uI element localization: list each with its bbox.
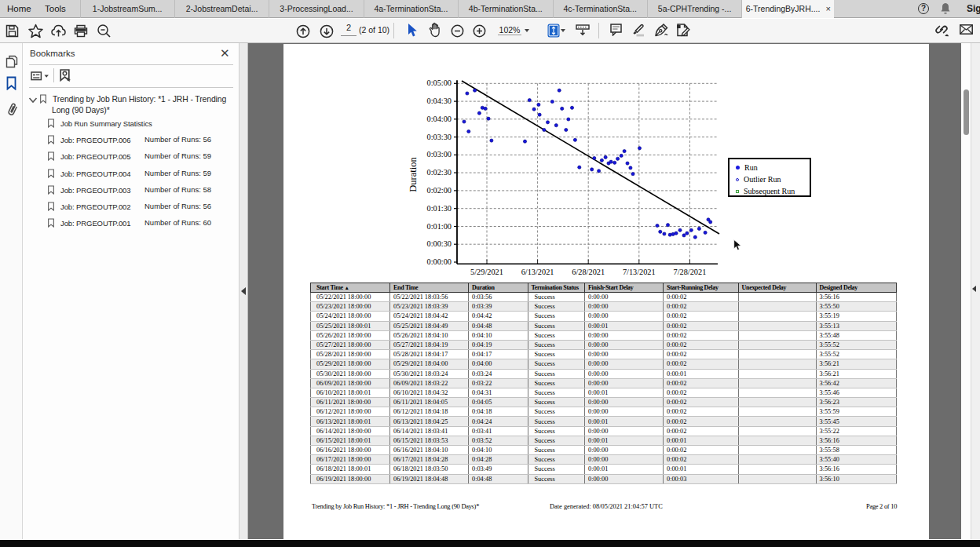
svg-text:0:04:00: 0:04:00 — [427, 115, 452, 123]
svg-text:0:01:30: 0:01:30 — [427, 204, 452, 213]
svg-text:7/28/2021: 7/28/2021 — [674, 268, 707, 276]
svg-text:0:03:30: 0:03:30 — [427, 133, 452, 141]
svg-text:0:02:00: 0:02:00 — [427, 186, 452, 195]
svg-text:0:05:00: 0:05:00 — [427, 78, 452, 87]
svg-text:Duration: Duration — [408, 157, 419, 192]
svg-text:6/13/2021: 6/13/2021 — [521, 268, 554, 276]
svg-text:6/28/2021: 6/28/2021 — [572, 268, 605, 276]
svg-text:0:00:30: 0:00:30 — [427, 239, 452, 248]
svg-text:0:02:30: 0:02:30 — [427, 168, 452, 177]
svg-text:7/13/2021: 7/13/2021 — [623, 268, 656, 276]
svg-text:0:00:00: 0:00:00 — [427, 257, 452, 266]
svg-text:0:01:00: 0:01:00 — [427, 222, 452, 231]
svg-text:0:04:30: 0:04:30 — [427, 97, 452, 105]
svg-text:5/29/2021: 5/29/2021 — [470, 268, 503, 276]
svg-text:0:03:00: 0:03:00 — [427, 150, 452, 159]
